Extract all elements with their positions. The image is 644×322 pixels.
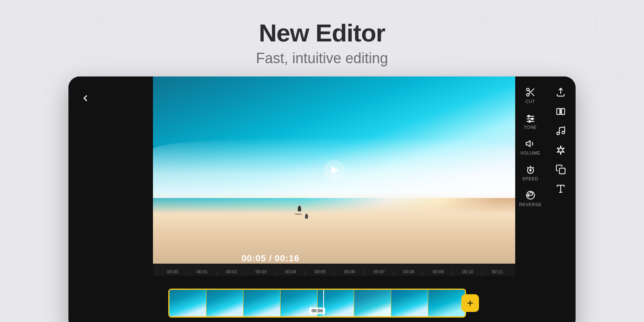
svg-rect-20 (559, 168, 565, 174)
add-clip-button[interactable]: + (461, 294, 479, 312)
ruler-mark-5: 00:05 (305, 269, 334, 276)
back-button[interactable] (76, 89, 94, 107)
ruler-mark-6: 00:06 (334, 269, 363, 276)
header: New Editor Fast, intuitive editing (0, 0, 644, 80)
ruler-mark-1: 00:01 (186, 269, 216, 276)
split-icon (555, 106, 566, 117)
clip-strip[interactable]: 00:06 (168, 289, 466, 318)
timeline-track[interactable]: 00:06 + (153, 276, 515, 322)
beach-sand (153, 192, 515, 264)
toolbar-item-export[interactable] (548, 83, 574, 101)
ruler-mark-0: 00:00 (157, 269, 186, 276)
copy-icon (555, 164, 566, 175)
effects-icon (555, 145, 566, 155)
svg-point-18 (557, 132, 559, 135)
ruler-mark-11: 00:11 (482, 269, 511, 276)
toolbar-item-split[interactable] (548, 102, 574, 121)
reverse-icon (525, 190, 536, 200)
toolbar-item-music[interactable] (548, 122, 574, 140)
toolbar-item-volume[interactable]: VOLUME (518, 134, 543, 159)
add-clip-icon: + (467, 297, 473, 310)
ruler-marks: 00:00 00:01 00:02 00:03 00:04 00:05 00:0… (157, 269, 511, 276)
text-icon (555, 184, 566, 194)
svg-rect-17 (561, 108, 565, 114)
clip-thumb-6 (354, 290, 391, 316)
page-title: New Editor (0, 19, 644, 47)
video-content (153, 76, 515, 264)
time-display: 00:05 / 00:16 (242, 253, 299, 264)
export-icon (555, 87, 566, 97)
toolbar-item-effects[interactable] (548, 141, 574, 159)
figure-2 (305, 214, 308, 219)
ruler-mark-8: 00:08 (393, 269, 423, 276)
toolbar-item-speed[interactable]: SPEED (518, 160, 543, 185)
reverse-label: REVERSE (519, 202, 541, 207)
toolbar-col-right (545, 83, 576, 322)
clip-thumb-8 (428, 290, 465, 316)
toolbar-col-left: CUT TONE VOLUME (515, 83, 545, 322)
toolbar-item-tone[interactable]: TONE (518, 109, 543, 134)
svg-point-14 (530, 170, 531, 171)
toolbar-item-text[interactable] (548, 180, 574, 198)
video-area: 00:05 / 00:16 00:00 00:01 00:02 00:03 00… (153, 76, 515, 322)
toolbar-item-copy[interactable] (548, 160, 574, 179)
music-icon (555, 126, 566, 136)
left-panel (68, 76, 153, 322)
sliders-icon (525, 113, 536, 123)
ruler-mark-10: 00:10 (452, 269, 481, 276)
clip-thumb-2 (206, 290, 244, 316)
figure-1 (298, 206, 301, 211)
play-button[interactable] (324, 160, 345, 181)
scissors-icon (525, 87, 536, 97)
ruler-mark-2: 00:02 (216, 269, 246, 276)
ruler-mark-4: 00:04 (275, 269, 304, 276)
tone-label: TONE (524, 125, 537, 130)
timeline-ruler: 00:00 00:01 00:02 00:03 00:04 00:05 00:0… (153, 264, 515, 276)
svg-point-19 (562, 131, 565, 134)
device-frame: 00:05 / 00:16 00:00 00:01 00:02 00:03 00… (68, 76, 576, 322)
clip-thumb-1 (169, 290, 206, 316)
play-icon (331, 166, 339, 174)
toolbar-item-reverse[interactable]: REVERSE (518, 186, 543, 211)
ruler-mark-3: 00:03 (246, 269, 275, 276)
clip-thumb-3 (244, 290, 281, 316)
video-viewport (153, 76, 515, 264)
cut-label: CUT (525, 99, 535, 104)
speed-label: SPEED (522, 176, 539, 181)
svg-rect-16 (557, 108, 560, 114)
volume-icon (525, 138, 536, 149)
page-subtitle: Fast, intuitive editing (0, 50, 644, 67)
clip-thumb-7 (391, 290, 428, 316)
speed-icon (525, 164, 536, 175)
ruler-mark-9: 00:09 (423, 269, 452, 276)
playhead-line (323, 290, 324, 316)
right-toolbar: CUT TONE VOLUME (515, 76, 576, 322)
toolbar-item-cut[interactable]: CUT (518, 83, 543, 108)
ruler-mark-7: 00:07 (363, 269, 393, 276)
volume-label: VOLUME (520, 151, 540, 155)
timeline-area: 00:00 00:01 00:02 00:03 00:04 00:05 00:0… (153, 264, 515, 322)
